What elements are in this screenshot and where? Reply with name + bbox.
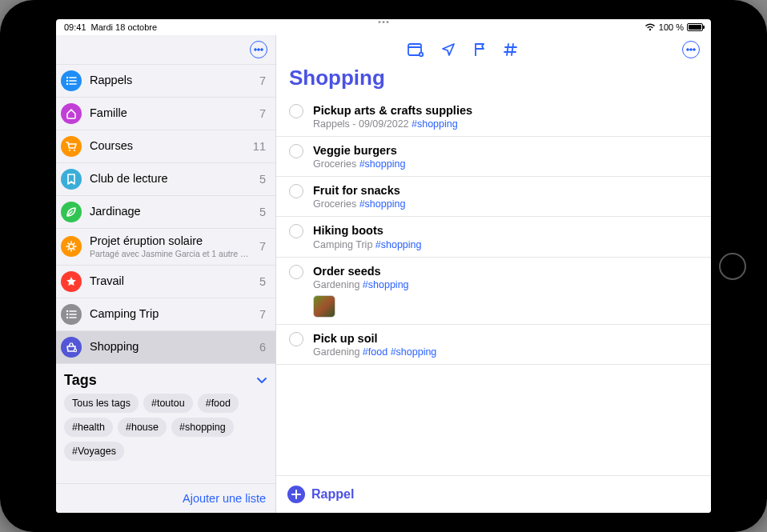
reminder-meta-prefix: Gardening xyxy=(313,346,363,358)
reminder-row[interactable]: Order seedsGardening #shopping xyxy=(276,258,711,325)
sidebar-list-row[interactable]: Famille7 xyxy=(56,97,275,130)
list-count: 7 xyxy=(259,107,266,120)
list-text: Courses xyxy=(90,139,245,153)
list-name: Famille xyxy=(90,106,251,120)
reminder-body: Pick up soilGardening #food #shopping xyxy=(313,331,698,358)
list-count: 7 xyxy=(259,308,266,321)
list-name: Travail xyxy=(90,274,251,288)
list-text: Camping Trip xyxy=(90,307,251,321)
svg-point-12 xyxy=(66,310,68,312)
plus-icon xyxy=(287,486,305,503)
list-count: 11 xyxy=(253,140,266,153)
svg-point-1 xyxy=(258,49,260,51)
list-name: Jardinage xyxy=(90,205,251,218)
tag-chip[interactable]: #health xyxy=(64,418,113,437)
sun-icon xyxy=(61,236,82,257)
new-reminder-button[interactable]: Rappel xyxy=(276,475,711,513)
reminder-tag[interactable]: #shopping xyxy=(412,118,458,130)
tag-chip[interactable]: #food xyxy=(198,394,239,413)
reminder-meta: Gardening #shopping xyxy=(313,279,698,290)
reminder-row[interactable]: Veggie burgersGroceries #shopping xyxy=(276,137,711,177)
sidebar-more-button[interactable] xyxy=(250,41,267,58)
leaf-icon xyxy=(61,202,82,222)
location-icon[interactable] xyxy=(441,42,456,57)
status-date: Mardi 18 octobre xyxy=(91,22,158,32)
reminder-meta-prefix: Groceries xyxy=(313,198,359,210)
multitask-handle[interactable] xyxy=(379,21,389,23)
reminder-checkbox[interactable] xyxy=(289,332,303,346)
reminder-checkbox[interactable] xyxy=(289,144,303,158)
reminder-checkbox[interactable] xyxy=(289,265,303,279)
sidebar-list-row[interactable]: Travail5 xyxy=(56,265,275,298)
sidebar-list-row[interactable]: Rappels7 xyxy=(56,64,275,97)
list-text: Rappels xyxy=(90,74,251,87)
reminder-checkbox[interactable] xyxy=(289,184,303,198)
tag-chip[interactable]: Tous les tags xyxy=(64,394,139,413)
list-text: Jardinage xyxy=(90,205,251,218)
flag-icon[interactable] xyxy=(473,42,486,57)
svg-point-7 xyxy=(66,83,68,85)
reminder-meta: Camping Trip #shopping xyxy=(313,239,698,250)
add-list-button[interactable]: Ajouter une liste xyxy=(56,483,275,513)
battery-icon xyxy=(687,23,703,31)
reminder-title: Pickup arts & crafts supplies xyxy=(313,103,698,118)
reminder-checkbox[interactable] xyxy=(289,104,303,118)
sidebar-list-row[interactable]: Camping Trip7 xyxy=(56,298,275,330)
tags-collapse-button[interactable] xyxy=(256,376,267,384)
svg-point-0 xyxy=(255,49,257,51)
list-count: 5 xyxy=(259,173,266,186)
svg-point-23 xyxy=(690,49,693,51)
reminder-meta-prefix: Gardening xyxy=(313,279,363,290)
tag-chip[interactable]: #shopping xyxy=(171,418,234,437)
hashtag-icon[interactable] xyxy=(504,42,518,57)
reminder-row[interactable]: Fruit for snacksGroceries #shopping xyxy=(276,177,711,217)
list-text: Projet éruption solairePartagé avec Jasm… xyxy=(90,234,251,259)
home-button[interactable] xyxy=(719,253,746,280)
calendar-icon[interactable] xyxy=(408,42,424,57)
list-text: Shopping xyxy=(90,340,251,354)
list-count: 5 xyxy=(259,275,266,288)
reminder-tag[interactable]: #shopping xyxy=(375,239,422,250)
list-count: 6 xyxy=(259,341,266,354)
reminder-tag[interactable]: #shopping xyxy=(391,346,437,358)
reminder-title: Veggie burgers xyxy=(313,143,698,158)
tag-chip[interactable]: #house xyxy=(118,418,167,437)
screen: 09:41 Mardi 18 octobre 100 % Rap xyxy=(56,19,711,513)
sidebar-list-row[interactable]: Jardinage5 xyxy=(56,195,275,228)
reminder-tag[interactable]: #shopping xyxy=(359,198,406,210)
svg-point-3 xyxy=(66,77,68,78)
list-name: Club de lecture xyxy=(90,172,251,186)
svg-point-5 xyxy=(66,80,68,82)
reminder-meta: Groceries #shopping xyxy=(313,198,698,210)
reminder-body: Fruit for snacksGroceries #shopping xyxy=(313,183,698,210)
reminder-row[interactable]: Pickup arts & crafts suppliesRappels - 0… xyxy=(276,97,711,137)
reminder-tag[interactable]: #food xyxy=(363,346,388,358)
reminder-row[interactable]: Hiking bootsCamping Trip #shopping xyxy=(276,217,711,257)
reminder-body: Order seedsGardening #shopping xyxy=(313,264,698,318)
list-icon xyxy=(61,70,82,91)
svg-point-2 xyxy=(261,49,263,51)
basket-icon xyxy=(61,337,82,358)
svg-point-22 xyxy=(687,49,689,51)
reminder-title: Fruit for snacks xyxy=(313,183,698,198)
reminder-meta: Groceries #shopping xyxy=(313,158,698,170)
reminder-tag[interactable]: #shopping xyxy=(359,158,406,170)
sidebar-list-row[interactable]: Projet éruption solairePartagé avec Jasm… xyxy=(56,228,275,265)
reminder-tag[interactable]: #shopping xyxy=(363,279,409,290)
reminder-row[interactable]: Pick up soilGardening #food #shopping xyxy=(276,325,711,365)
sidebar-list-row[interactable]: Club de lecture5 xyxy=(56,162,275,195)
list-name: Shopping xyxy=(90,340,251,354)
sidebar-lists: Rappels7Famille7Courses11Club de lecture… xyxy=(56,64,275,364)
reminders-list: Pickup arts & crafts suppliesRappels - 0… xyxy=(276,97,711,475)
reminder-checkbox[interactable] xyxy=(289,224,303,238)
tag-chip[interactable]: #toutou xyxy=(143,394,193,413)
list-count: 7 xyxy=(259,240,266,253)
status-bar: 09:41 Mardi 18 octobre 100 % xyxy=(56,19,711,35)
tag-chip[interactable]: #Voyages xyxy=(64,442,124,461)
sidebar-list-row[interactable]: Courses11 xyxy=(56,130,275,162)
main-more-button[interactable] xyxy=(682,41,700,58)
sidebar-list-row[interactable]: Shopping6 xyxy=(56,330,275,364)
ipad-frame: 09:41 Mardi 18 octobre 100 % Rap xyxy=(0,0,767,532)
reminder-thumbnail[interactable] xyxy=(313,295,335,318)
reminder-meta-prefix: Rappels - 09/09/2022 xyxy=(313,118,412,130)
